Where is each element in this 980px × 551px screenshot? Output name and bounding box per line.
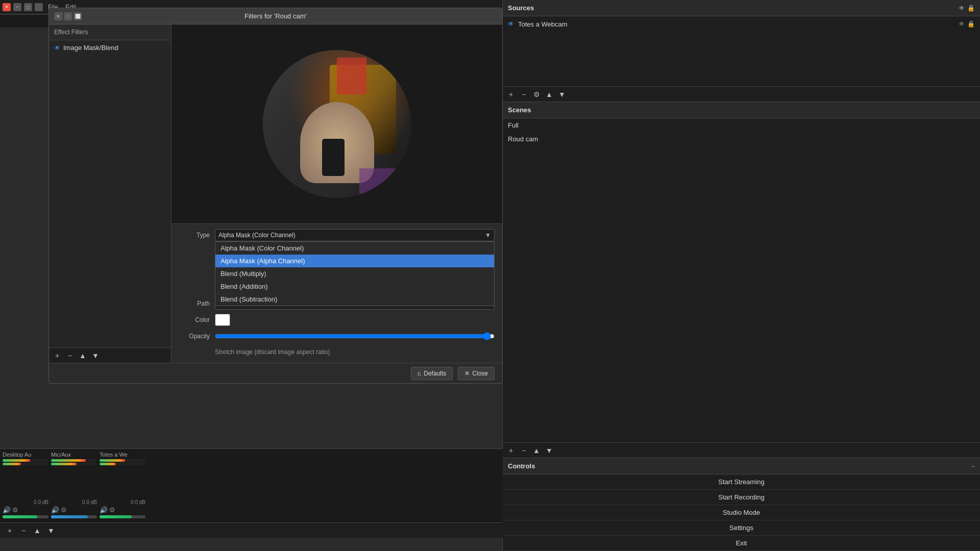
defaults-label: Defaults <box>424 370 446 377</box>
start-recording-button[interactable]: Start Recording <box>503 490 980 505</box>
type-setting-row: Type Alpha Mask (Color Channel) ▼ <box>179 229 495 241</box>
webcam-red <box>337 58 366 95</box>
type-dropdown-menu: Alpha Mask (Color Channel) Alpha Mask (A… <box>215 241 495 306</box>
webcam-purple <box>359 168 404 198</box>
sources-section: Sources 👁 🔒 👁 Totes a Webcam 👁 🔒 + − ⚙ <box>503 0 980 102</box>
controls-header: Controls − <box>503 458 980 474</box>
close-filter-icon: ✕ <box>464 370 470 377</box>
sources-header-icons: 👁 🔒 <box>959 5 975 12</box>
scenes-title: Scenes <box>508 106 531 114</box>
filter-title: Filters for 'Roud cam' <box>82 12 470 20</box>
filter-right-panel: Type Alpha Mask (Color Channel) ▼ <box>172 24 502 363</box>
settings-label: Settings <box>729 524 753 532</box>
source-name-totes: Totes a Webcam <box>518 20 954 28</box>
source-settings-button[interactable]: ⚙ <box>531 89 542 100</box>
filter-footer: ⎌ Defaults ✕ Close <box>49 363 502 383</box>
dropdown-option-blend-subtract[interactable]: Blend (Subtraction) <box>215 293 494 306</box>
settings-button[interactable]: Settings <box>503 520 980 536</box>
dropdown-option-alpha-alpha[interactable]: Alpha Mask (Alpha Channel) <box>215 255 494 267</box>
filter-list-panel: Effect Filters 👁 Image Mask/Blend + − ▲ … <box>49 24 172 363</box>
filter-expand-icon[interactable]: ⬜ <box>74 12 82 20</box>
source-item-totes-webcam[interactable]: 👁 Totes a Webcam 👁 🔒 <box>503 16 980 32</box>
filter-restore-icon[interactable]: □ <box>64 12 72 20</box>
scene-name-roud: Roud cam <box>508 135 538 143</box>
scene-item-roud-cam[interactable]: Roud cam <box>503 132 980 146</box>
controls-collapse-icon[interactable]: − <box>971 463 975 470</box>
filter-item-label: Image Mask/Blend <box>63 44 118 52</box>
source-eye-icon[interactable]: 👁 <box>959 20 965 28</box>
move-filter-down-button[interactable]: ▼ <box>90 350 101 361</box>
remove-source-button[interactable]: − <box>518 89 529 100</box>
source-actions: 👁 🔒 <box>959 20 975 28</box>
start-streaming-label: Start Streaming <box>718 478 764 486</box>
close-filter-label: Close <box>472 370 488 377</box>
scenes-empty-area <box>503 146 980 442</box>
source-down-button[interactable]: ▼ <box>556 89 568 100</box>
source-up-button[interactable]: ▲ <box>544 89 555 100</box>
filter-visibility-icon: 👁 <box>54 44 60 52</box>
path-label: Path <box>179 300 210 307</box>
type-label: Type <box>179 232 210 239</box>
add-filter-button[interactable]: + <box>52 350 63 361</box>
dropdown-option-blend-addition[interactable]: Blend (Addition) <box>215 280 494 293</box>
stretch-option-label: Stretch image (discard image aspect rati… <box>179 346 495 358</box>
add-scene-button[interactable]: + <box>505 445 517 456</box>
controls-title: Controls <box>508 462 535 470</box>
filter-dialog-overlay: ✕ □ ⬜ Filters for 'Roud cam' Effect Filt… <box>0 0 502 536</box>
scene-name-full: Full <box>508 121 519 129</box>
sources-lock-icon[interactable]: 🔒 <box>967 5 975 12</box>
effect-filters-label: Effect Filters <box>49 24 171 40</box>
filter-list-empty <box>49 55 171 347</box>
dropdown-arrow: ▼ <box>485 232 491 239</box>
type-selected-value: Alpha Mask (Color Channel) <box>218 232 296 239</box>
studio-mode-label: Studio Mode <box>723 509 760 516</box>
preview-circle <box>263 50 411 198</box>
sources-visibility-icon[interactable]: 👁 <box>959 5 965 12</box>
defaults-icon: ⎌ <box>418 370 421 377</box>
opacity-label: Opacity <box>179 333 210 340</box>
start-recording-label: Start Recording <box>718 493 764 501</box>
dropdown-option-blend-multiply[interactable]: Blend (Multiply) <box>215 267 494 280</box>
remove-scene-button[interactable]: − <box>518 445 529 456</box>
source-visibility-icon: 👁 <box>508 20 514 28</box>
scene-item-full[interactable]: Full <box>503 118 980 132</box>
remove-filter-button[interactable]: − <box>64 350 76 361</box>
defaults-button[interactable]: ⎌ Defaults <box>411 367 453 380</box>
scenes-toolbar: + − ▲ ▼ <box>503 442 980 458</box>
opacity-slider[interactable] <box>215 330 495 342</box>
sources-title: Sources <box>508 4 534 12</box>
scenes-header: Scenes <box>503 102 980 118</box>
scene-up-button[interactable]: ▲ <box>531 445 542 456</box>
settings-below-dropdown: Path Color Opacity <box>179 297 495 358</box>
filter-preview <box>172 24 502 223</box>
webcam-preview <box>263 50 411 198</box>
filter-list-toolbar: + − ▲ ▼ <box>49 347 171 363</box>
exit-button[interactable]: Exit <box>503 536 980 551</box>
filter-item-image-mask[interactable]: 👁 Image Mask/Blend <box>49 40 171 55</box>
move-filter-up-button[interactable]: ▲ <box>77 350 88 361</box>
dropdown-option-alpha-color[interactable]: Alpha Mask (Color Channel) <box>215 242 494 255</box>
type-dropdown-trigger[interactable]: Alpha Mask (Color Channel) ▼ <box>215 229 495 241</box>
source-lock-icon[interactable]: 🔒 <box>967 20 975 28</box>
filter-titlebar: ✕ □ ⬜ Filters for 'Roud cam' <box>49 8 502 24</box>
color-label: Color <box>179 316 210 323</box>
add-source-button[interactable]: + <box>505 89 517 100</box>
scenes-section: Scenes Full Roud cam + − ▲ ▼ <box>503 102 980 458</box>
studio-mode-button[interactable]: Studio Mode <box>503 505 980 520</box>
webcam-mic <box>322 139 345 176</box>
color-picker[interactable] <box>215 314 230 326</box>
close-filter-button[interactable]: ✕ Close <box>458 367 495 380</box>
filter-close-icon[interactable]: ✕ <box>54 12 62 20</box>
sources-header: Sources 👁 🔒 <box>503 0 980 16</box>
opacity-setting-row: Opacity <box>179 330 495 342</box>
filter-settings: Type Alpha Mask (Color Channel) ▼ <box>172 223 502 363</box>
filter-content: Effect Filters 👁 Image Mask/Blend + − ▲ … <box>49 24 502 363</box>
start-streaming-button[interactable]: Start Streaming <box>503 474 980 490</box>
exit-label: Exit <box>736 539 747 547</box>
color-setting-row: Color <box>179 314 495 326</box>
sources-toolbar: + − ⚙ ▲ ▼ <box>503 86 980 102</box>
controls-section: Controls − Start Streaming Start Recordi… <box>503 458 980 551</box>
sources-empty-area <box>503 32 980 86</box>
filter-window: ✕ □ ⬜ Filters for 'Roud cam' Effect Filt… <box>48 8 503 384</box>
scene-down-button[interactable]: ▼ <box>544 445 555 456</box>
